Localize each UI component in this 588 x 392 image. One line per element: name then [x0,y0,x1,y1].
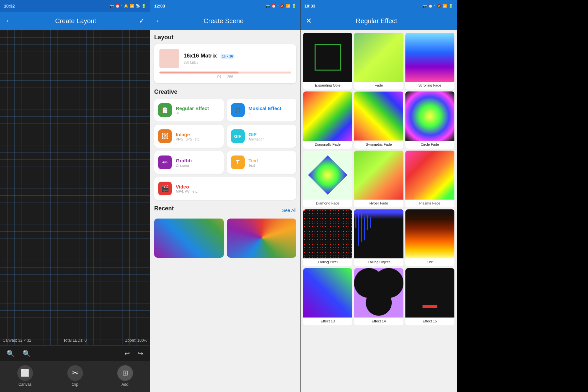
nav-canvas-label: Canvas [18,382,32,387]
effect-item-14[interactable]: Effect 15 [405,268,454,325]
creative-section-title: Creative [154,89,296,95]
musical-effect-label: Musical Effect [249,106,282,111]
undo-button[interactable]: ↩ [123,348,131,359]
regular-effect-icon: 📋 [158,103,172,117]
recent-thumb-1[interactable] [154,219,224,258]
recent-header: Recent See All [154,205,296,215]
effect-thumb-14 [405,268,454,317]
gif-sub: Animation [249,137,265,141]
effect-name-0: Expanding Obje [303,82,352,90]
phone-screen2: 12:03 📷 ⏰ * 🔕 📶 🔋 ← Create Scene Layout [150,0,301,392]
creative-card-video[interactable]: 🎬 Video MP4, AVI, etc. [154,177,296,200]
layout-card[interactable]: 16x16 Matrix 16 × 16 256 LEDs P1 → 256 [154,44,296,83]
status-icons-3: 📷 ⏰ * 🔕 📶 🔋 [422,4,453,8]
effect-item-0[interactable]: Expanding Obje [303,33,352,90]
effect-name-3: Diagonally Fade [303,141,352,149]
effect-item-10[interactable]: Falling Object [354,209,403,266]
effect-thumb-7 [354,151,403,200]
effect-item-7[interactable]: Hyper Fade [354,151,403,207]
top-bar-1: ← Create Layout ✓ [0,12,150,30]
see-all-button[interactable]: See All [282,208,296,213]
effect-item-3[interactable]: Diagonally Fade [303,91,352,148]
page-title-3: Regular Effect [356,17,397,25]
text-label: Text [249,158,258,163]
effect-item-5[interactable]: Circle Fade [405,91,454,148]
regular-effect-sub: 31 [176,111,209,115]
gif-label: GIF [249,132,265,137]
graffiti-label: Graffiti [176,158,192,163]
nav-canvas[interactable]: ⬜ Canvas [17,365,33,387]
zoom-out-button[interactable]: 🔍 [21,348,32,359]
effect-thumb-1 [354,33,403,82]
time-1: 10:32 [4,4,15,8]
battery-icon-3: 🔋 [449,4,453,8]
signal-icon: 📡 [136,4,140,8]
effect-name-1: Fade [354,82,403,90]
effect-item-6[interactable]: Diamond Fade [303,151,352,207]
check-button-1[interactable]: ✓ [139,17,145,25]
layout-name: 16x16 Matrix [184,53,217,59]
back-button-2[interactable]: ← [155,17,163,25]
close-button-3[interactable]: ✕ [306,17,312,25]
effect-name-13: Effect 14 [354,318,403,325]
creative-card-regular[interactable]: 📋 Regular Effect 31 [154,99,224,122]
wifi-icon-3: 📶 [443,4,447,8]
phone-screen1: 10:32 📷 ⏰ * 🔔 📶 📡 🔋 ← Create Layout ✓ Ca… [0,0,150,392]
time-3: 10:33 [304,4,315,8]
effect-item-13[interactable]: Effect 14 [354,268,403,325]
graffiti-info: Graffiti Drawing [176,158,192,167]
video-icon: 🎬 [158,182,172,195]
graffiti-sub: Drawing [176,163,192,167]
clip-icon: ✂ [67,365,83,381]
status-bar-1: 10:32 📷 ⏰ * 🔔 📶 📡 🔋 [0,0,150,12]
bt-icon: * [121,4,122,8]
canvas-area[interactable]: Canvas: 32 × 32 Total LEDs: 0 Zoom: 100% [0,30,150,345]
grid-canvas [0,30,150,345]
back-button-1[interactable]: ← [5,17,12,25]
nav-add[interactable]: ⊞ Add [117,365,133,387]
text-info: Text Text [249,158,258,167]
layout-name-row: 16x16 Matrix 16 × 16 [184,53,235,59]
redo-button[interactable]: ↪ [137,348,145,359]
camera-icon: 📷 [109,4,114,8]
layout-details: 16x16 Matrix 16 × 16 256 LEDs [184,53,235,65]
effect-item-9[interactable]: Fading Pixel [303,209,352,266]
nav-clip-label: Clip [72,382,78,387]
recent-image-1 [154,219,224,258]
image-label: Image [176,132,200,137]
effect-thumb-5 [405,91,454,140]
effect-thumb-10 [354,209,403,258]
creative-card-gif[interactable]: GIF GIF Animation [227,125,297,148]
creative-card-image[interactable]: 🖼 Image PNG, JPG, etc. [154,125,224,148]
creative-card-graffiti[interactable]: ✏ Graffiti Drawing [154,151,224,174]
layout-section-title: Layout [154,34,296,41]
effect-item-2[interactable]: Scrolling Fade [405,33,454,90]
status-icons-2: 📷 ⏰ * 🔕 📶 🔋 [266,4,296,8]
effect-thumb-8 [405,151,454,200]
status-bar-2: 12:03 📷 ⏰ * 🔕 📶 🔋 [150,0,300,12]
add-icon: ⊞ [117,365,133,381]
phone-screen3: 10:33 📷 ⏰ * 🔕 📶 🔋 ✕ Regular Effect Expan… [301,0,457,392]
alarm-icon: ⏰ [115,4,120,8]
creative-card-text[interactable]: T Text Text [227,151,297,174]
top-bar-3: ✕ Regular Effect [301,12,457,30]
effect-item-1[interactable]: Fade [354,33,403,90]
effect-name-4: Symmetric Fade [354,141,403,149]
effect-item-11[interactable]: Fire [405,209,454,266]
canvas-info: Canvas: 32 × 32 [3,338,31,343]
zoom-in-button[interactable]: 🔍 [5,348,16,359]
effect-grid-container: Expanding ObjeFadeScrolling FadeDiagonal… [301,30,457,392]
effect-item-12[interactable]: Effect 13 [303,268,352,325]
effect-name-10: Falling Object [354,258,403,266]
nav-clip[interactable]: ✂ Clip [67,365,83,387]
effect-thumb-11 [405,209,454,258]
creative-card-musical[interactable]: 🎵 Musical Effect 2 [227,99,297,122]
musical-effect-info: Musical Effect 2 [249,106,282,115]
effect-item-8[interactable]: Plasma Fade [405,151,454,207]
effect-name-2: Scrolling Fade [405,82,454,90]
effect-name-7: Hyper Fade [354,200,403,207]
gif-info: GIF Animation [249,132,265,141]
effect-item-4[interactable]: Symmetric Fade [354,91,403,148]
recent-thumb-2[interactable] [227,219,297,258]
layout-row: 16x16 Matrix 16 × 16 256 LEDs [159,49,291,68]
